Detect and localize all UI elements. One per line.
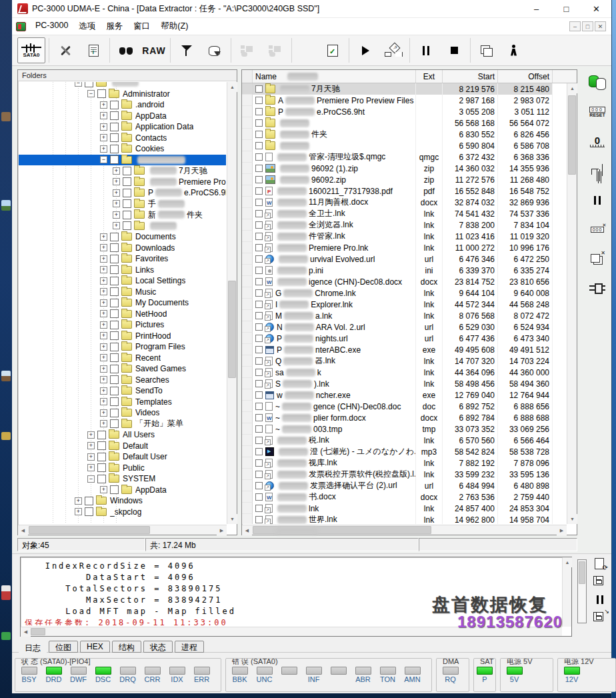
tree-checkbox[interactable] xyxy=(110,233,119,241)
menu-item[interactable]: PC-3000 xyxy=(30,18,73,35)
save-log-as-button[interactable] xyxy=(593,612,607,624)
file-row[interactable]: GChrome.lnklnk9 644 1049 640 008 xyxy=(242,287,567,299)
tree-checkbox[interactable] xyxy=(97,475,106,483)
minimize-button[interactable]: – xyxy=(521,0,551,17)
tree-expand-box[interactable]: + xyxy=(100,299,107,307)
file-checkbox[interactable] xyxy=(255,357,263,365)
file-row[interactable]: NARA Vol. 2.urlurl6 529 0306 524 934 xyxy=(242,321,567,333)
file-checkbox[interactable] xyxy=(255,210,263,217)
refresh-log-button[interactable] xyxy=(593,558,607,570)
tree-checkbox[interactable] xyxy=(110,353,119,362)
file-checkbox[interactable] xyxy=(255,131,263,138)
tree-checkbox[interactable] xyxy=(110,331,119,340)
tree-expand-box[interactable]: + xyxy=(100,420,107,427)
tree-checkbox[interactable] xyxy=(110,133,119,142)
search-button[interactable] xyxy=(112,35,140,65)
tree-expand-box[interactable]: + xyxy=(100,266,107,273)
tree-item[interactable]: +Program Files xyxy=(19,341,226,353)
tree-item[interactable]: +Premiere Pro Pre xyxy=(19,177,226,188)
scroll-up-arrow[interactable]: ▲ xyxy=(567,83,577,93)
tree-item[interactable]: +AppData xyxy=(19,111,226,122)
tab-日志[interactable]: 日志 xyxy=(19,641,47,653)
zero-position-button[interactable]: 0 xyxy=(586,131,609,151)
file-checkbox[interactable] xyxy=(255,346,263,353)
tree-checkbox[interactable] xyxy=(97,431,106,439)
tree-expand-box[interactable]: + xyxy=(100,321,107,329)
tree-expand-box[interactable]: + xyxy=(113,222,120,229)
file-row[interactable]: 发票选择确认平台 (2).urlurl6 484 9946 480 898 xyxy=(242,480,567,491)
tree-item[interactable]: +Public xyxy=(19,463,226,474)
tree-expand-box[interactable]: + xyxy=(87,464,95,471)
tree-item[interactable]: +Downloads xyxy=(19,243,226,254)
tree-item[interactable]: +Pe.ProCS6.9ht xyxy=(19,187,226,199)
file-row[interactable]: 96092.zipzip11 272 57611 268 480 xyxy=(242,174,567,185)
file-checkbox[interactable] xyxy=(255,199,263,206)
tree-checkbox[interactable] xyxy=(110,397,119,406)
tree-item[interactable]: −SYSTEM xyxy=(19,473,226,485)
file-row[interactable]: IExplorer.lnklnk44 572 34444 568 248 xyxy=(242,299,567,310)
tree-expand-box[interactable]: − xyxy=(87,475,95,483)
tree-item[interactable]: +Windows xyxy=(19,495,226,507)
file-row[interactable]: Pnights.urlurl6 477 4366 473 340 xyxy=(242,333,567,344)
tree-checkbox[interactable] xyxy=(110,101,119,109)
file-row[interactable]: 税.lnklnk6 570 5606 566 464 xyxy=(242,435,567,446)
tree-item[interactable]: +Saved Games xyxy=(19,363,226,375)
folders-vertical-scrollbar[interactable]: ▲ ▼ xyxy=(227,82,237,524)
tree-checkbox[interactable] xyxy=(110,343,119,351)
scroll-left-arrow[interactable]: ◀ xyxy=(21,627,31,637)
tree-checkbox[interactable] xyxy=(110,287,119,296)
tree-checkbox[interactable] xyxy=(110,111,119,120)
file-row[interactable]: Ma.lnklnk8 076 5688 072 472 xyxy=(242,310,567,321)
tree-checkbox[interactable] xyxy=(97,453,106,461)
tree-expand-box[interactable]: + xyxy=(100,277,107,285)
tree-expand-box[interactable]: + xyxy=(75,497,82,505)
tree-item[interactable]: − xyxy=(19,82,226,89)
task-save-button[interactable] xyxy=(319,35,347,65)
files-vertical-scrollbar[interactable]: ▲ ▼ xyxy=(567,83,577,524)
scroll-right-arrow[interactable]: ▶ xyxy=(217,525,227,535)
files-horizontal-scrollbar[interactable]: ◀ ▶ xyxy=(242,525,567,535)
tree-expand-box[interactable]: + xyxy=(100,145,107,153)
folders-horizontal-scrollbar[interactable]: ◀ ▶ xyxy=(18,525,227,535)
tree-expand-box[interactable]: + xyxy=(100,365,107,373)
scroll-thumb[interactable] xyxy=(31,628,45,635)
tree-expand-box[interactable]: + xyxy=(100,398,107,405)
scroll-left-arrow[interactable]: ◀ xyxy=(18,525,28,535)
utilities-button[interactable] xyxy=(51,35,79,65)
file-checkbox[interactable] xyxy=(255,369,263,376)
file-row[interactable]: 6 590 8046 586 708 xyxy=(242,140,567,151)
file-checkbox[interactable] xyxy=(255,255,263,263)
file-row[interactable]: 96092 (1).zipzip14 360 03214 355 936 xyxy=(242,163,567,174)
delete-copies-button[interactable] xyxy=(586,249,609,269)
tree-item[interactable]: +手 xyxy=(19,199,226,210)
tree-item[interactable]: +Recent xyxy=(19,353,226,364)
tree-checkbox[interactable] xyxy=(123,177,131,186)
file-row[interactable]: PnterABC.exeexe49 495 60849 491 512 xyxy=(242,344,567,355)
tree-expand-box[interactable]: + xyxy=(87,442,95,449)
tree-item[interactable]: +_skpclog xyxy=(19,507,226,518)
tree-checkbox[interactable] xyxy=(110,299,119,307)
file-row[interactable]: 世界.lnklnk14 962 80014 958 704 xyxy=(242,514,567,524)
scroll-down-arrow[interactable]: ▼ xyxy=(567,514,577,524)
file-row[interactable]: 件管家.lnklnk11 023 41611 019 320 xyxy=(242,231,567,242)
tree-expand-box[interactable]: + xyxy=(100,112,107,119)
tree-checkbox[interactable] xyxy=(110,277,119,285)
tree-expand-box[interactable]: + xyxy=(87,431,95,439)
map-build-button[interactable] xyxy=(261,35,289,65)
file-checkbox[interactable] xyxy=(255,414,263,421)
tree-checkbox[interactable] xyxy=(123,189,131,197)
tree-checkbox[interactable] xyxy=(110,409,119,417)
tree-item[interactable]: +7月天驰 xyxy=(19,165,226,177)
tree-item[interactable]: + xyxy=(19,221,226,232)
tree-item[interactable]: +AppData xyxy=(19,485,226,496)
analysis-button[interactable] xyxy=(379,35,407,65)
file-checkbox[interactable] xyxy=(255,233,263,240)
file-checkbox[interactable] xyxy=(255,505,263,512)
file-row[interactable]: 全浏览器.lnklnk7 838 2007 834 104 xyxy=(242,219,567,231)
pause-log-button[interactable] xyxy=(593,594,607,606)
tree-checkbox[interactable] xyxy=(110,123,119,131)
file-checkbox[interactable] xyxy=(255,301,263,308)
ext-column-header[interactable]: Ext xyxy=(416,70,443,83)
tree-item[interactable]: −Administrator xyxy=(19,89,226,100)
tree-checkbox[interactable] xyxy=(110,309,119,318)
